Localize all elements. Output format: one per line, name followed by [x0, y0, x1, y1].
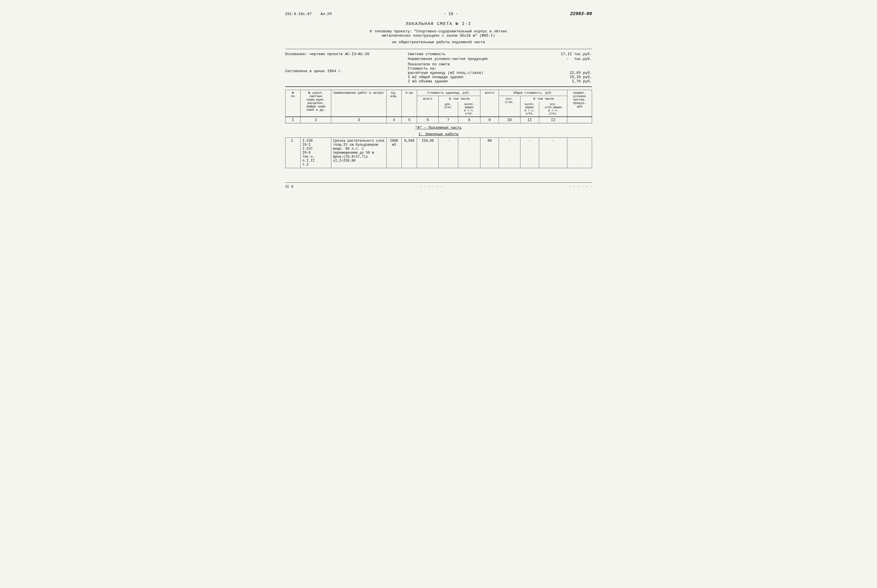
idx-blank: [567, 117, 592, 123]
idx-6: 6: [417, 117, 439, 123]
indicator-row-1: расчётную единицу (м2 плоц.с/зала) 22,83…: [408, 71, 592, 75]
th-tc-mach: экспл. машин в т.ч. з/пл.: [520, 102, 539, 117]
row2-unit: руб.: [583, 75, 592, 79]
project-code: 22983-08: [570, 11, 592, 16]
row1-label: расчётную единицу (м2 плоц.с/зала): [408, 71, 567, 75]
row1-cost-zpl: -: [438, 138, 458, 168]
th-total-cost: Общая стоимость, руб.: [499, 90, 567, 96]
idx-4: 4: [386, 117, 402, 123]
subtitle-block: К типовому проекту: "Спортивно-оздоровит…: [285, 29, 592, 38]
section-a-text: "А" – Подземная часть: [415, 126, 462, 130]
normativ-label: Нормативная условно-чистая продукция: [408, 57, 561, 61]
subtitle-line1: К типовому проекту: "Спортивно-оздоровит…: [285, 29, 592, 33]
idx-7: 7: [438, 117, 458, 123]
th-normativ: нормат. условно чистая. продук- ция: [567, 90, 592, 117]
row1-cost-all: I59,06: [417, 138, 439, 168]
idx-3: 3: [331, 117, 386, 123]
idx-12: I2: [539, 117, 567, 123]
idx-10: IO: [499, 117, 520, 123]
title-block: ЛОКАЛЬНАЯ СМЕТА № I-I: [285, 22, 592, 26]
row1-total-all: 90: [480, 138, 499, 168]
row1-num: I.: [285, 138, 301, 168]
indicator-row-3: I м3 объёма здания I,76 руб.: [408, 79, 592, 84]
th-unit-cost: Стоимость единицы, руб.: [417, 90, 480, 96]
th-tc-zpl2: осн. з/пл.машин в т.ч. з/пл.: [539, 102, 567, 117]
footer-ic: IC 0: [285, 185, 294, 189]
table-row: I. I-23029-II-23729-8тex.ч.п.I.IIт.3 Сре…: [285, 138, 592, 168]
cost-row-smetnaya: Сметная стоимость I7,II тыс.руб.: [408, 52, 592, 56]
year-label: Составлена в ценах I984 г.: [285, 69, 402, 73]
section-1-label: I. Земляные работы: [285, 131, 592, 138]
idx-2: 2: [301, 117, 331, 123]
idx-1: I: [285, 117, 301, 123]
row1-total-mach: -: [520, 138, 539, 168]
th-num: № пп: [285, 90, 301, 117]
bottom-footer: IC 0 · · · · · · · · · · · ·: [285, 182, 592, 189]
row2-value: I5,I0: [570, 75, 581, 79]
info-right: Сметная стоимость I7,II тыс.руб. Нормати…: [408, 52, 592, 84]
document-container: 29I-8-I9с.87 Ал.УП - 16 - 22983-08 ЛОКАЛ…: [285, 11, 592, 189]
row3-label: I м3 объёма здания: [408, 79, 569, 84]
row1-qty: 0,566: [402, 138, 417, 168]
row1-extra: [567, 138, 592, 168]
idx-8: 8: [458, 117, 480, 123]
th-total-all: всего: [480, 90, 499, 117]
row1-code: I-23029-II-23729-8тex.ч.п.I.IIт.3: [301, 138, 331, 168]
th-tc-incl: В том числе: [520, 96, 567, 102]
footer-dots2: · · · · · ·: [569, 185, 592, 189]
row1-unit: руб.: [583, 71, 592, 75]
row1-cost-mach: -: [458, 138, 480, 168]
subtitle-line2: металлических конструкциях с залом 36х18…: [285, 33, 592, 38]
info-section: Основание: чертежи проекта АС-I3÷АС-20 С…: [285, 52, 592, 84]
smetnaya-value: I7,II тыс.руб.: [561, 52, 592, 56]
top-bar: 29I-8-I9с.87 Ал.УП - 16 - 22983-08: [285, 11, 592, 16]
normativ-dash: –: [566, 57, 568, 61]
page-number: - 16 -: [444, 12, 458, 16]
row2-label: I м2 общей площади здания: [408, 75, 567, 79]
th-code: № укруп. сметных норм,един. расценок, ши…: [301, 90, 331, 117]
idx-9: 9: [480, 117, 499, 123]
department: Ал.УП: [321, 12, 331, 16]
doc-number: 29I-8-I9с.87: [285, 12, 312, 16]
empty-row-1: [285, 168, 592, 177]
row3-value: I,76: [572, 79, 581, 84]
section-1-row: I. Земляные работы: [285, 131, 592, 138]
indicators-title: Показатели по смете: [408, 62, 592, 66]
row1-unit: I000м3: [386, 138, 402, 168]
table-header-row-1: № пп № укруп. сметных норм,един. расцено…: [285, 90, 592, 96]
row3-unit: руб.: [583, 79, 592, 84]
table-index-row: I 2 3 4 5 6 7 8 9 IO II I2: [285, 117, 592, 123]
th-mach: экспл. машин в т.ч. з/пл.: [458, 102, 480, 117]
cost-row-normativ: Нормативная условно-чистая продукция – т…: [408, 57, 592, 61]
row1-total-zpl: -: [499, 138, 520, 168]
footer-dots: · · · · · ·: [420, 185, 442, 189]
section-1-text: I. Земляные работы: [418, 132, 458, 136]
info-left: Основание: чертежи проекта АС-I3÷АС-20 С…: [285, 52, 402, 84]
indicators-block: Показатели по смете Стоимость на: расчёт…: [408, 62, 592, 84]
row1-normativ: -: [539, 138, 567, 168]
th-uc-all: всего: [417, 96, 439, 117]
basis-label: Основание: чертежи проекта АС-I3÷АС-20: [285, 52, 402, 56]
row1-name: Срезка растительного слоя толщ.I5 см бул…: [331, 138, 386, 168]
main-title: ЛОКАЛЬНАЯ СМЕТА № I-I: [285, 22, 592, 26]
th-zpl: дон. з/пл.: [438, 102, 458, 117]
th-qty: К-во: [402, 90, 417, 117]
th-unit: Ед. изм.: [386, 90, 402, 117]
idx-11: II: [520, 117, 539, 123]
section-a-label: "А" – Подземная часть: [285, 123, 592, 131]
th-name: Наименование работ и затрат: [331, 90, 386, 117]
idx-5: 5: [402, 117, 417, 123]
th-tc-osn: осн. з/пл.: [499, 96, 520, 117]
indicator-row-2: I м2 общей площади здания I5,I0 руб.: [408, 75, 592, 79]
estimate-table: № пп № укруп. сметных норм,един. расцено…: [285, 90, 592, 177]
th-uc-incl: В том числе: [438, 96, 480, 102]
cost-title: Стоимость на:: [408, 66, 592, 71]
doc-ref-left: 29I-8-I9с.87 Ал.УП: [285, 12, 332, 16]
subtitle-line3: на общестроительные работы подземной час…: [285, 40, 592, 44]
row1-value: 22,83: [570, 71, 581, 75]
section-a-row: "А" – Подземная часть: [285, 123, 592, 131]
smetnaya-label: Сметная стоимость: [408, 52, 555, 56]
normativ-value: тыс.руб.: [574, 57, 592, 61]
